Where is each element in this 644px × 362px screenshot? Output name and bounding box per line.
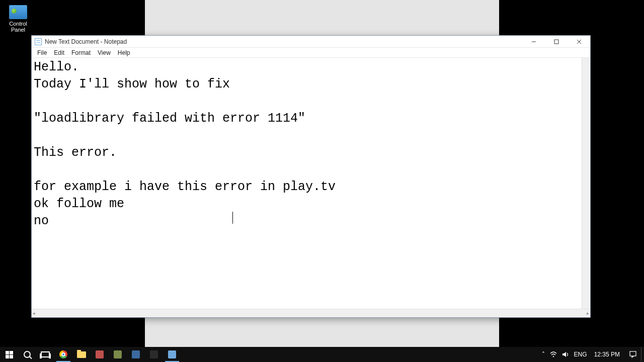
text-editor[interactable]: Hello. Today I'll show how to fix "loadl…: [32, 58, 582, 309]
taskbar-app-3[interactable]: [91, 347, 109, 362]
svg-rect-1: [554, 40, 558, 44]
menubar: File Edit Format View Help: [32, 48, 590, 58]
menu-edit[interactable]: Edit: [50, 49, 68, 57]
speaker-icon: [562, 351, 569, 358]
app-icon: [150, 350, 158, 358]
system-tray: ˄ ENG: [537, 347, 589, 362]
menu-format[interactable]: Format: [68, 49, 94, 57]
taskbar-app-chrome[interactable]: [54, 347, 72, 362]
scroll-right-icon: ▸: [587, 311, 589, 316]
taskbar-app-explorer[interactable]: [72, 347, 91, 362]
taskbar-clock[interactable]: 12:35 PM: [589, 347, 625, 362]
search-icon: [24, 351, 31, 358]
chrome-icon: [59, 350, 67, 358]
svg-rect-6: [630, 351, 636, 356]
folder-icon: [77, 351, 86, 358]
menu-file[interactable]: File: [34, 49, 50, 57]
task-view-icon: [41, 351, 50, 357]
app-icon: [114, 350, 122, 358]
show-desktop-button[interactable]: [641, 347, 644, 362]
desktop-icon-label: Control Panel: [4, 21, 32, 33]
app-icon: [96, 350, 104, 358]
svg-point-4: [552, 356, 553, 357]
scroll-left-icon: ◂: [33, 311, 35, 316]
titlebar[interactable]: New Text Document - Notepad: [32, 36, 590, 48]
search-button[interactable]: [18, 347, 36, 362]
taskbar-spacer: [181, 347, 537, 362]
minimize-icon: [531, 39, 536, 44]
app-icon: [132, 350, 140, 358]
notification-icon: [629, 351, 636, 358]
close-icon: [577, 39, 582, 44]
maximize-icon: [554, 39, 559, 44]
notepad-taskbar-icon: [168, 350, 176, 358]
tray-network-button[interactable]: [550, 351, 557, 358]
task-view-button[interactable]: [36, 347, 54, 362]
control-panel-icon: [9, 5, 27, 19]
notepad-icon: [35, 38, 42, 45]
editor-area: Hello. Today I'll show how to fix "loadl…: [32, 58, 590, 309]
menu-help[interactable]: Help: [114, 49, 134, 57]
windows-icon: [6, 351, 13, 358]
vertical-scrollbar[interactable]: [582, 58, 590, 309]
taskbar-app-6[interactable]: [145, 347, 163, 362]
minimize-button[interactable]: [522, 36, 545, 47]
taskbar-app-5[interactable]: [127, 347, 145, 362]
close-button[interactable]: [568, 36, 590, 47]
start-button[interactable]: [0, 347, 18, 362]
menu-view[interactable]: View: [94, 49, 114, 57]
window-title: New Text Document - Notepad: [45, 38, 522, 45]
maximize-button[interactable]: [545, 36, 568, 47]
tray-language-button[interactable]: ENG: [574, 351, 587, 358]
action-center-button[interactable]: [625, 347, 641, 362]
tray-volume-button[interactable]: [562, 351, 569, 358]
wifi-icon: [550, 351, 557, 358]
desktop-icon-control-panel[interactable]: Control Panel: [4, 5, 32, 33]
svg-marker-5: [562, 352, 566, 357]
chevron-up-icon: ˄: [542, 351, 545, 358]
taskbar-app-4[interactable]: [109, 347, 127, 362]
notepad-window: New Text Document - Notepad File Edit Fo…: [31, 35, 591, 318]
window-controls: [522, 36, 590, 47]
tray-overflow-button[interactable]: ˄: [542, 351, 545, 358]
horizontal-scrollbar[interactable]: ◂ ▸: [32, 309, 590, 317]
taskbar: ˄ ENG 12:35 PM: [0, 347, 644, 362]
taskbar-app-notepad[interactable]: [163, 347, 181, 362]
